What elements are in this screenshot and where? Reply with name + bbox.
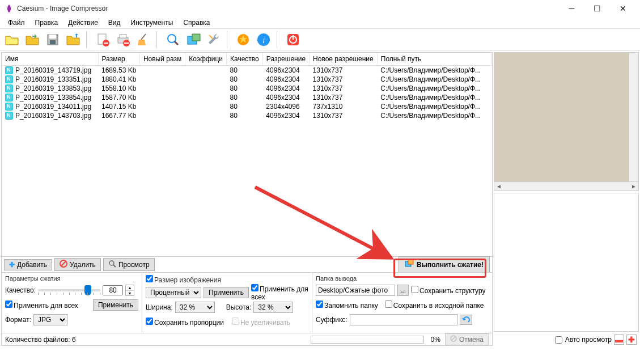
svg-rect-24: [408, 260, 413, 264]
menu-edit[interactable]: Правка: [31, 18, 63, 28]
close-button[interactable]: ✕: [610, 0, 635, 17]
menu-file[interactable]: Файл: [3, 18, 29, 28]
progress-bar: [311, 336, 424, 344]
svg-text:i: i: [263, 37, 265, 45]
save-icon[interactable]: [43, 30, 62, 49]
suffix-input[interactable]: [350, 314, 457, 325]
apply-all-check[interactable]: Применить для всех: [5, 300, 78, 310]
col-ratio[interactable]: Коэффици: [185, 53, 227, 66]
open-file-icon[interactable]: [2, 30, 22, 49]
preview-plus-button[interactable]: ✚: [626, 335, 637, 345]
svg-line-20: [61, 261, 66, 266]
browse-button[interactable]: ...: [397, 285, 409, 296]
plus-icon: ✚: [9, 261, 15, 269]
open-folder-icon[interactable]: [23, 30, 42, 49]
table-row[interactable]: P_20160319_143719.jpg 1689.53 Kb 804096x…: [2, 66, 492, 75]
table-row[interactable]: P_20160319_133854.jpg 1587.70 Kb 804096x…: [2, 93, 492, 102]
svg-rect-1: [49, 35, 56, 39]
minimize-button[interactable]: ─: [559, 0, 584, 17]
remove-button[interactable]: Удалить: [54, 258, 101, 271]
toolbar: i: [0, 28, 640, 51]
col-path[interactable]: Полный путь: [377, 53, 491, 66]
quality-spinner[interactable]: ▲▼: [125, 285, 134, 296]
action-bar: ✚Добавить Удалить Просмотр Выполнить сжа…: [2, 256, 492, 272]
svg-point-21: [109, 261, 114, 265]
remove-printer-icon[interactable]: [113, 30, 133, 49]
search-icon[interactable]: [163, 30, 183, 49]
keep-structure-check[interactable]: Сохранить структуру: [411, 286, 485, 295]
image-icon: [5, 112, 13, 120]
compress-button[interactable]: Выполнить сжатие!: [399, 256, 490, 273]
svg-rect-30: [494, 53, 638, 191]
quality-slider[interactable]: [38, 289, 100, 291]
maximize-button[interactable]: ☐: [584, 0, 610, 17]
resize-panel: Размер изображения Процентный Применить …: [142, 273, 312, 333]
table-row[interactable]: P_20160319_134011.jpg 1407.15 Kb 802304x…: [2, 102, 492, 111]
output-title: Папка вывода: [316, 275, 489, 282]
table-row[interactable]: P_20160319_133351.jpg 1880.41 Kb 804096x…: [2, 75, 492, 84]
titlebar: Caesium - Image Compressor ─ ☐ ✕: [0, 0, 640, 17]
height-select[interactable]: 32 %: [253, 302, 293, 313]
compress-icon[interactable]: [184, 30, 203, 49]
menubar: Файл Правка Действие Вид Инструменты Спр…: [0, 17, 640, 28]
col-newsize[interactable]: Новый разм: [139, 53, 185, 66]
menu-tools[interactable]: Инструменты: [126, 18, 178, 28]
preview-hscroll[interactable]: ◄►: [494, 181, 638, 191]
auto-preview-check[interactable]: Авто просмотр: [555, 336, 612, 344]
image-icon: [5, 103, 13, 111]
star-icon[interactable]: [234, 30, 253, 49]
magnifier-icon: [108, 260, 116, 269]
remember-folder-check[interactable]: Запомнить папку: [316, 300, 378, 310]
suffix-reset-button[interactable]: [460, 315, 472, 325]
width-select[interactable]: 32 %: [175, 302, 215, 313]
quality-input[interactable]: [103, 285, 123, 295]
status-bar: Количество файлов: 6 0% Отмена: [2, 333, 492, 345]
apply-resize-button[interactable]: Применить: [204, 287, 249, 298]
col-res[interactable]: Разрешение: [262, 53, 309, 66]
svg-rect-2: [50, 40, 56, 44]
quality-label: Качество:: [5, 286, 36, 294]
output-path-input[interactable]: [316, 285, 395, 296]
menu-action[interactable]: Действие: [63, 18, 103, 28]
col-newres[interactable]: Новое разрешение: [310, 53, 378, 66]
table-row[interactable]: P_20160319_133853.jpg 1558.10 Kb 804096x…: [2, 84, 492, 93]
remove-file-icon[interactable]: [93, 30, 112, 49]
image-icon: [5, 75, 13, 83]
width-label: Ширина:: [146, 303, 173, 311]
apply-quality-button[interactable]: Применить: [93, 299, 138, 311]
svg-rect-9: [124, 43, 129, 44]
col-size[interactable]: Размер: [98, 53, 139, 66]
format-select[interactable]: JPG: [33, 314, 67, 325]
same-folder-check[interactable]: Сохранить в исходной папке: [385, 300, 484, 310]
menu-view[interactable]: Вид: [104, 18, 125, 28]
menu-help[interactable]: Справка: [179, 18, 214, 28]
resize-mode-select[interactable]: Процентный: [146, 287, 201, 298]
info-icon[interactable]: i: [254, 30, 273, 49]
file-table[interactable]: Имя Размер Новый разм Коэффици Качество …: [2, 53, 492, 256]
svg-line-22: [113, 265, 116, 267]
cancel-button[interactable]: Отмена: [445, 333, 489, 345]
preview-button[interactable]: Просмотр: [103, 258, 155, 271]
compress-icon: [405, 259, 414, 270]
svg-rect-12: [192, 34, 200, 41]
broom-icon[interactable]: [134, 30, 153, 49]
preview-original[interactable]: ◄►: [494, 52, 639, 191]
resize-check[interactable]: Размер изображения: [146, 276, 221, 284]
no-enlarge-check: Не увеличивать: [232, 318, 290, 327]
col-name[interactable]: Имя: [2, 53, 98, 66]
compression-title: Параметры сжатия: [5, 275, 138, 282]
table-row[interactable]: P_20160319_143703.jpg 1667.77 Kb 804096x…: [2, 111, 492, 120]
keep-proportions-check[interactable]: Сохранить пропорции: [146, 318, 224, 327]
add-button[interactable]: ✚Добавить: [4, 259, 52, 270]
col-quality[interactable]: Качество: [227, 53, 263, 66]
preview-minus-button[interactable]: ▬: [614, 335, 624, 345]
save-as-icon[interactable]: [63, 30, 83, 49]
progress-percent: 0%: [431, 336, 440, 344]
window-title: Caesium - Image Compressor: [17, 5, 559, 12]
power-icon[interactable]: [283, 30, 303, 49]
tools-icon[interactable]: [204, 30, 223, 49]
preview-compressed[interactable]: [494, 193, 639, 332]
resize-apply-all-check[interactable]: Применить для всех: [251, 284, 308, 301]
image-icon: [5, 84, 13, 92]
image-icon: [5, 66, 13, 74]
